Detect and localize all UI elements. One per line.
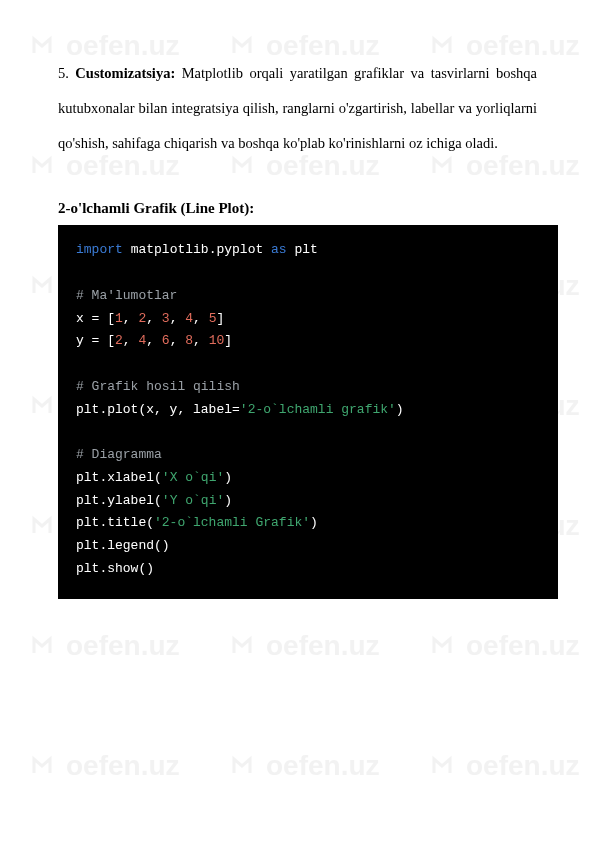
code-text: plt.ylabel( [76, 493, 162, 508]
code-comment: # Ma'lumotlar [76, 285, 540, 308]
section-title: 2-o'lchamli Grafik (Line Plot): [58, 200, 537, 217]
code-string: 'X o`qi' [162, 470, 224, 485]
code-blank [76, 353, 540, 376]
code-comment: # Diagramma [76, 444, 540, 467]
code-line: y = [2, 4, 6, 8, 10] [76, 330, 540, 353]
code-number: 3 [162, 311, 170, 326]
code-text: ) [310, 515, 318, 530]
watermark: oefen.uz [30, 750, 180, 782]
paragraph-label: Customizatsiya: [75, 65, 175, 81]
watermark-text: oefen.uz [266, 750, 380, 782]
code-keyword: import [76, 242, 123, 257]
code-alias: plt [294, 242, 317, 257]
watermark-logo-icon [230, 751, 260, 781]
code-text: plt.title( [76, 515, 154, 530]
code-number: 10 [209, 333, 225, 348]
code-text: ) [224, 470, 232, 485]
code-string: '2-o`lchamli Grafik' [154, 515, 310, 530]
code-text: ) [224, 493, 232, 508]
page-content: 5. Customizatsiya: Matplotlib orqali yar… [0, 0, 595, 639]
watermark-text: oefen.uz [466, 750, 580, 782]
paragraph-customization: 5. Customizatsiya: Matplotlib orqali yar… [58, 56, 537, 160]
code-line: plt.plot(x, y, label='2-o`lchamli grafik… [76, 399, 540, 422]
code-block: import matplotlib.pyplot as plt # Ma'lum… [58, 225, 558, 598]
code-string: 'Y o`qi' [162, 493, 224, 508]
code-string: '2-o`lchamli grafik' [240, 402, 396, 417]
paragraph-number: 5. [58, 65, 69, 81]
code-text: plt.plot(x, y, label= [76, 402, 240, 417]
code-line: plt.xlabel('X o`qi') [76, 467, 540, 490]
watermark: oefen.uz [430, 750, 580, 782]
code-text: ] [217, 311, 225, 326]
watermark-logo-icon [30, 751, 60, 781]
watermark-text: oefen.uz [66, 750, 180, 782]
code-text: ) [396, 402, 404, 417]
code-text: ] [224, 333, 232, 348]
code-line: x = [1, 2, 3, 4, 5] [76, 308, 540, 331]
code-text: plt.xlabel( [76, 470, 162, 485]
code-keyword: as [271, 242, 287, 257]
code-blank [76, 262, 540, 285]
code-line: import matplotlib.pyplot as plt [76, 239, 540, 262]
code-number: 2 [115, 333, 123, 348]
code-text: y = [ [76, 333, 115, 348]
watermark-logo-icon [430, 751, 460, 781]
code-number: 8 [185, 333, 193, 348]
code-number: 2 [138, 311, 146, 326]
code-number: 4 [185, 311, 193, 326]
code-module: matplotlib.pyplot [131, 242, 264, 257]
code-blank [76, 421, 540, 444]
code-number: 6 [162, 333, 170, 348]
code-line: plt.ylabel('Y o`qi') [76, 490, 540, 513]
watermark: oefen.uz [230, 750, 380, 782]
code-line: plt.legend() [76, 535, 540, 558]
code-text: x = [ [76, 311, 115, 326]
code-number: 1 [115, 311, 123, 326]
code-line: plt.show() [76, 558, 540, 581]
code-number: 4 [138, 333, 146, 348]
code-comment: # Grafik hosil qilish [76, 376, 540, 399]
code-number: 5 [209, 311, 217, 326]
code-line: plt.title('2-o`lchamli Grafik') [76, 512, 540, 535]
